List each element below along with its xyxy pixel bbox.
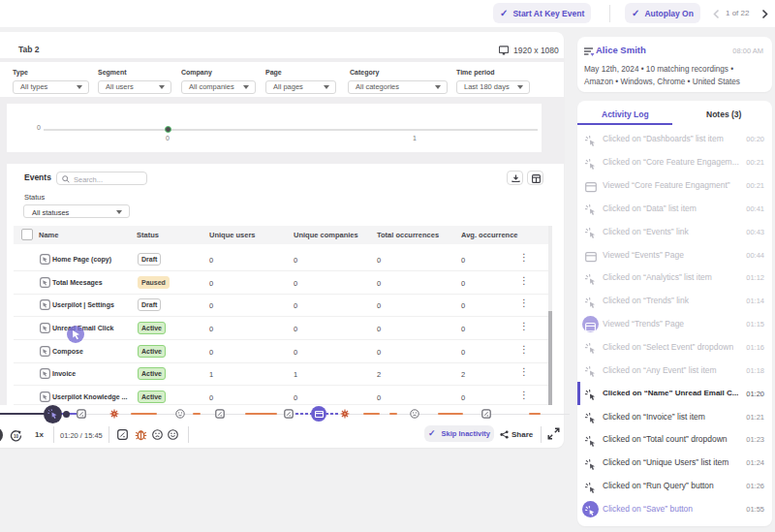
svg-text:10: 10 bbox=[14, 433, 19, 438]
